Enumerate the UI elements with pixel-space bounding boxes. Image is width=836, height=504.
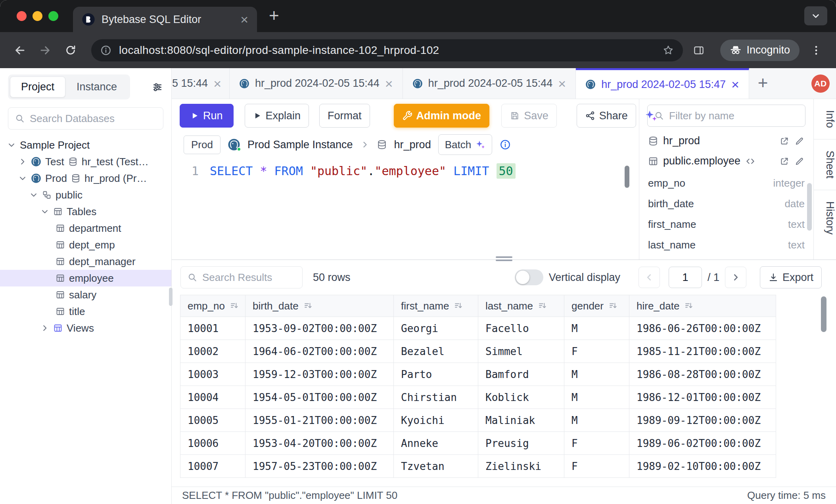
column-header-gender[interactable]: gender xyxy=(564,295,629,317)
database-search-input[interactable] xyxy=(30,113,157,125)
database-search[interactable] xyxy=(8,107,163,130)
reload-button[interactable] xyxy=(60,40,81,61)
sheet-tab-2[interactable]: hr_prod 2024-02-05 15:44 × xyxy=(230,68,403,99)
window-minimize-button[interactable] xyxy=(33,11,42,21)
tree-item-tables[interactable]: Tables xyxy=(0,203,171,220)
tree-item-instance-prod[interactable]: Prod hr_prod (Pr… xyxy=(0,170,171,187)
column-header-last_name[interactable]: last_name xyxy=(478,295,564,317)
close-icon[interactable]: × xyxy=(385,77,393,90)
bookmark-star-icon[interactable] xyxy=(662,44,674,56)
user-avatar[interactable]: AD xyxy=(811,74,830,93)
close-icon[interactable]: × xyxy=(213,77,221,90)
tree-item-project[interactable]: Sample Project xyxy=(0,137,171,153)
format-button[interactable]: Format xyxy=(319,104,370,128)
tree-item-table-salary[interactable]: salary xyxy=(0,286,171,303)
table-row[interactable]: 100061953-04-20T00:00:00ZAnnekePreusigF1… xyxy=(180,431,776,454)
column-header-hire_date[interactable]: hire_date xyxy=(629,295,777,317)
forward-button[interactable] xyxy=(35,40,56,61)
table-row[interactable]: 100051955-01-21T00:00:00ZKyoichiMaliniak… xyxy=(180,409,776,431)
site-info-icon[interactable] xyxy=(100,44,112,56)
instance-name[interactable]: Prod Sample Instance xyxy=(247,139,353,151)
sort-icon[interactable] xyxy=(538,301,547,311)
close-icon[interactable]: × xyxy=(558,77,566,90)
rail-tab-info[interactable]: Info xyxy=(814,99,836,139)
results-search-input[interactable] xyxy=(202,271,296,284)
sql-editor[interactable]: 1 SELECT * FROM "public"."employee" LIMI… xyxy=(172,157,639,260)
table-row[interactable]: 100021964-06-02T00:00:00ZBezalelSimmelF1… xyxy=(180,340,776,363)
back-button[interactable] xyxy=(10,40,30,61)
panel-column-row[interactable]: birth_datedate xyxy=(648,193,805,214)
external-link-icon[interactable] xyxy=(779,136,790,146)
tree-item-table-employee[interactable]: employee xyxy=(0,270,171,286)
vertical-display-toggle[interactable] xyxy=(515,269,543,285)
editor-scrollbar[interactable] xyxy=(625,166,629,188)
tab-project[interactable]: Project xyxy=(10,76,65,97)
table-row[interactable]: 100041954-05-01T00:00:00ZChirstianKoblic… xyxy=(180,386,776,409)
admin-mode-button[interactable]: Admin mode xyxy=(394,104,490,128)
column-header-emp_no[interactable]: emp_no xyxy=(180,295,245,317)
new-tab-button[interactable]: + xyxy=(269,6,279,25)
tree-item-table-dept-manager[interactable]: dept_manager xyxy=(0,253,171,270)
page-number-input[interactable] xyxy=(669,267,702,288)
url-bar[interactable]: localhost:8080/sql-editor/prod-sample-in… xyxy=(91,39,683,61)
sheet-tab-1[interactable]: 5 15:44 × xyxy=(172,68,230,99)
rail-tab-history[interactable]: History xyxy=(814,190,836,246)
external-link-icon[interactable] xyxy=(779,156,790,166)
batch-button[interactable]: Batch xyxy=(438,134,493,155)
sort-icon[interactable] xyxy=(454,301,463,311)
edit-icon[interactable] xyxy=(794,156,805,166)
table-row[interactable]: 100071957-05-23T00:00:00ZTzvetanZielinsk… xyxy=(180,454,776,477)
column-header-first_name[interactable]: first_name xyxy=(394,295,478,317)
code-icon[interactable] xyxy=(745,156,755,166)
database-name[interactable]: hr_prod xyxy=(394,139,431,151)
tree-item-views[interactable]: Views xyxy=(0,320,171,336)
panel-filter-input[interactable] xyxy=(669,110,799,122)
run-button[interactable]: Run xyxy=(180,104,234,128)
tab-instance[interactable]: Instance xyxy=(65,76,128,97)
export-button[interactable]: Export xyxy=(760,266,822,288)
next-page-button[interactable] xyxy=(725,267,746,288)
window-zoom-button[interactable] xyxy=(48,11,58,21)
panel-scrollbar[interactable] xyxy=(807,183,812,231)
sort-icon[interactable] xyxy=(608,301,618,311)
panel-resize-handle[interactable] xyxy=(496,256,512,261)
panel-column-row[interactable]: last_nametext xyxy=(648,235,805,255)
prev-page-button[interactable] xyxy=(639,267,660,288)
panel-table-row[interactable]: public.employee xyxy=(639,151,813,171)
edit-icon[interactable] xyxy=(794,136,805,146)
browser-tab[interactable]: Bytebase SQL Editor × xyxy=(73,7,257,32)
tab-search-button[interactable] xyxy=(804,6,827,25)
panel-column-row[interactable]: emp_nointeger xyxy=(648,173,805,193)
new-sheet-button[interactable]: + xyxy=(758,73,768,93)
filter-settings-icon[interactable] xyxy=(151,81,163,93)
sort-icon[interactable] xyxy=(684,301,694,311)
table-row[interactable]: 100011953-09-02T00:00:00ZGeorgiFacelloM1… xyxy=(180,317,776,340)
explain-button[interactable]: Explain xyxy=(245,104,309,128)
results-search[interactable] xyxy=(180,266,303,288)
results-scrollbar[interactable] xyxy=(821,296,826,332)
tree-item-instance-test[interactable]: Test hr_test (Test… xyxy=(0,153,171,170)
environment-chip[interactable]: Prod xyxy=(184,136,221,154)
rail-tab-sheet[interactable]: Sheet xyxy=(814,139,836,190)
tree-item-table-department[interactable]: department xyxy=(0,220,171,237)
browser-menu-button[interactable] xyxy=(806,40,826,61)
window-close-button[interactable] xyxy=(17,11,27,21)
side-panel-button[interactable] xyxy=(688,40,709,61)
panel-database-row[interactable]: hr_prod xyxy=(639,131,813,151)
share-button[interactable]: Share xyxy=(577,104,636,128)
sidebar-resize-handle[interactable] xyxy=(169,288,173,306)
tree-item-table-title[interactable]: title xyxy=(0,303,171,320)
tree-item-table-dept-emp[interactable]: dept_emp xyxy=(0,237,171,253)
save-button[interactable]: Save xyxy=(501,104,557,128)
sort-icon[interactable] xyxy=(303,301,313,311)
panel-column-row[interactable]: first_nametext xyxy=(648,214,805,235)
close-icon[interactable]: × xyxy=(731,78,739,91)
table-row[interactable]: 100031959-12-03T00:00:00ZPartoBamfordM19… xyxy=(180,363,776,386)
panel-filter[interactable] xyxy=(647,105,805,127)
column-header-birth_date[interactable]: birth_date xyxy=(245,295,394,317)
connection-info-icon[interactable] xyxy=(499,139,511,151)
tree-item-schema-public[interactable]: public xyxy=(0,187,171,203)
sheet-tab-3[interactable]: hr_prod 2024-02-05 15:44 × xyxy=(403,68,576,99)
sort-icon[interactable] xyxy=(230,301,239,311)
tab-close-icon[interactable]: × xyxy=(240,13,248,26)
